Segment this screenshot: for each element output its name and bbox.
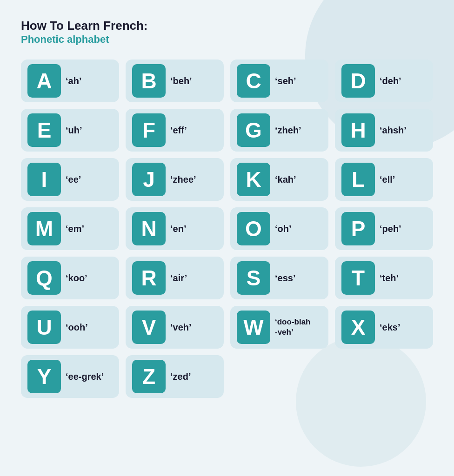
phonetic-label-p: ‘peh’ [380,223,401,235]
letter-box-e: E [27,113,61,147]
letter-box-k: K [237,163,270,196]
phonetic-label-y: ‘ee-grek’ [66,370,104,383]
letter-box-j: J [132,163,166,196]
phonetic-label-t: ‘teh’ [380,272,399,284]
letter-card-s: S‘ess’ [230,257,328,299]
phonetic-label-m: ‘em’ [66,223,84,235]
letter-box-y: Y [27,360,61,393]
phonetic-label-f: ‘eff’ [170,124,187,136]
phonetic-label-a: ‘ah’ [66,75,81,87]
letter-card-p: P‘peh’ [335,207,433,250]
letter-card-f: F‘eff’ [126,109,224,152]
phonetic-label-o: ‘oh’ [275,223,292,235]
phonetic-label-v: ‘veh’ [170,321,192,333]
letter-box-g: G [237,113,270,147]
letter-box-f: F [132,113,166,147]
letter-box-s: S [237,261,270,295]
letter-card-x: X‘eks’ [335,306,433,349]
letter-card-z: Z‘zed’ [126,355,224,398]
letter-card-y: Y‘ee-grek’ [21,355,119,398]
letter-box-v: V [132,311,166,344]
header: How To Learn French: Phonetic alphabet [21,19,433,46]
phonetic-label-h: ‘ahsh’ [380,124,407,136]
phonetic-label-j: ‘zhee’ [170,173,196,185]
phonetic-label-w: ‘doo-blah-veh’ [275,317,310,337]
phonetic-label-u: ‘ooh’ [66,321,88,333]
letter-box-u: U [27,311,61,344]
letter-box-b: B [132,64,166,98]
phonetic-label-k: ‘kah’ [275,173,296,185]
letter-card-h: H‘ahsh’ [335,109,433,152]
letter-card-q: Q‘koo’ [21,257,119,299]
letter-box-a: A [27,64,61,98]
letter-card-i: I‘ee’ [21,158,119,201]
letter-card-k: K‘kah’ [230,158,328,201]
letter-box-l: L [341,163,375,196]
page-title: How To Learn French: [21,19,433,33]
phonetic-label-z: ‘zed’ [170,370,191,383]
letter-card-j: J‘zhee’ [126,158,224,201]
letter-card-d: D‘deh’ [335,60,433,102]
letter-box-x: X [341,311,375,344]
letter-box-c: C [237,64,270,98]
letter-box-i: I [27,163,61,196]
phonetic-label-d: ‘deh’ [380,75,401,87]
letter-card-m: M‘em’ [21,207,119,250]
phonetic-label-b: ‘beh’ [170,75,192,87]
letter-box-w: W [237,311,270,344]
letter-card-b: B‘beh’ [126,60,224,102]
phonetic-label-n: ‘en’ [170,223,186,235]
letter-box-t: T [341,261,375,295]
letter-card-o: O‘oh’ [230,207,328,250]
phonetic-label-s: ‘ess’ [275,272,295,284]
letter-card-g: G‘zheh’ [230,109,328,152]
letter-card-w: W‘doo-blah-veh’ [230,306,328,349]
letter-card-e: E‘uh’ [21,109,119,152]
phonetic-label-e: ‘uh’ [66,124,82,136]
page-container: How To Learn French: Phonetic alphabet A… [0,0,454,416]
phonetic-label-i: ‘ee’ [66,173,81,185]
phonetic-label-g: ‘zheh’ [275,124,301,136]
phonetic-label-l: ‘ell’ [380,173,395,185]
letter-box-z: Z [132,360,166,393]
letter-card-a: A‘ah’ [21,60,119,102]
letter-card-v: V‘veh’ [126,306,224,349]
letter-card-l: L‘ell’ [335,158,433,201]
phonetic-label-q: ‘koo’ [66,272,87,284]
phonetic-label-c: ‘seh’ [275,75,296,87]
letter-card-n: N‘en’ [126,207,224,250]
letter-card-r: R‘air’ [126,257,224,299]
page-subtitle: Phonetic alphabet [21,33,433,46]
letter-card-c: C‘seh’ [230,60,328,102]
phonetic-label-x: ‘eks’ [380,321,400,333]
letter-box-r: R [132,261,166,295]
phonetic-label-r: ‘air’ [170,272,187,284]
letter-box-d: D [341,64,375,98]
letter-box-h: H [341,113,375,147]
alphabet-grid: A‘ah’B‘beh’C‘seh’D‘deh’E‘uh’F‘eff’G‘zheh… [21,60,433,398]
letter-box-m: M [27,212,61,245]
letter-box-n: N [132,212,166,245]
letter-box-p: P [341,212,375,245]
letter-card-t: T‘teh’ [335,257,433,299]
letter-card-u: U‘ooh’ [21,306,119,349]
letter-box-o: O [237,212,270,245]
letter-box-q: Q [27,261,61,295]
